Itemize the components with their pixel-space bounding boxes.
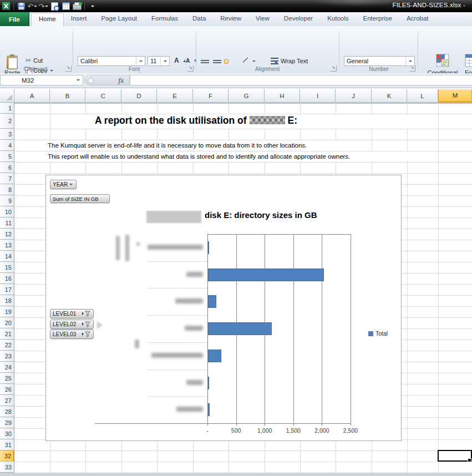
print-preview-button[interactable]	[50, 2, 59, 11]
bar[interactable]	[208, 350, 221, 362]
bar[interactable]	[208, 403, 210, 416]
bar[interactable]	[208, 322, 272, 335]
column-header-E[interactable]: E	[157, 89, 193, 103]
row-header-28[interactable]: 28	[0, 406, 14, 417]
tab-enterprise[interactable]: Enterprise	[356, 12, 399, 26]
column-header-J[interactable]: J	[336, 89, 372, 103]
page-setup-button[interactable]	[61, 2, 70, 11]
excel-logo-icon[interactable]	[1, 2, 11, 11]
tab-home[interactable]: Home	[31, 13, 64, 27]
row-header-5[interactable]: 5	[0, 151, 14, 162]
bar[interactable]	[208, 377, 209, 389]
row-header-15[interactable]: 15	[0, 262, 14, 273]
row-header-26[interactable]: 26	[0, 384, 14, 395]
row-header-13[interactable]: 13	[0, 240, 14, 251]
row-header-27[interactable]: 27	[0, 395, 14, 406]
row-header-7[interactable]: 7	[0, 173, 14, 184]
row-header-29[interactable]: 29	[0, 417, 14, 428]
number-dialog-launcher[interactable]: ↘	[409, 65, 415, 72]
row-header-33[interactable]: 33	[0, 462, 14, 473]
name-box-dropdown[interactable]	[74, 75, 83, 85]
tab-view[interactable]: View	[248, 12, 277, 26]
tab-developer[interactable]: Developer	[277, 12, 320, 26]
row-header-30[interactable]: 30	[0, 428, 14, 439]
row-header-2[interactable]: 2	[0, 114, 14, 129]
column-header-C[interactable]: C	[85, 89, 121, 103]
column-header-F[interactable]: F	[193, 89, 229, 103]
row-header-24[interactable]: 24	[0, 362, 14, 373]
column-header-M[interactable]: M	[438, 89, 472, 103]
row-header-31[interactable]: 31	[0, 439, 14, 450]
insert-function-button[interactable]: fx	[119, 76, 124, 85]
formula-bar-handle[interactable]	[88, 78, 94, 84]
row-header-10[interactable]: 10	[0, 206, 14, 217]
column-header-B[interactable]: B	[50, 89, 85, 103]
font-name-select[interactable]: Calibri	[78, 56, 145, 66]
row-header-25[interactable]: 25	[0, 373, 14, 384]
tab-insert[interactable]: Insert	[64, 12, 94, 26]
row-header-1[interactable]: 1	[0, 103, 14, 114]
select-all-corner[interactable]	[0, 89, 14, 103]
font-dialog-launcher[interactable]: ↘	[187, 65, 194, 72]
orientation-button[interactable]	[243, 57, 256, 65]
selected-cell-m32[interactable]	[438, 450, 472, 462]
column-header-G[interactable]: G	[229, 89, 265, 103]
chart-legend[interactable]: Total	[368, 330, 388, 337]
bar[interactable]	[208, 269, 324, 281]
row-header-11[interactable]: 11	[0, 217, 14, 229]
font-size-select[interactable]: 11	[148, 56, 170, 66]
column-header-H[interactable]: H	[265, 89, 300, 103]
formula-input[interactable]	[130, 75, 472, 85]
align-middle-button[interactable]	[213, 57, 221, 66]
pivot-field-level03[interactable]: LEVEL03	[50, 330, 94, 339]
column-header-D[interactable]: D	[121, 89, 157, 103]
tab-acrobat[interactable]: Acrobat	[399, 12, 436, 26]
pivot-chart[interactable]: YEAR Sum of SIZE IN GB disk E: directory…	[45, 175, 402, 441]
row-header-4[interactable]: 4	[0, 140, 14, 151]
file-tab[interactable]: File	[0, 12, 29, 26]
row-header-32[interactable]: 32	[0, 450, 14, 462]
row-header-23[interactable]: 23	[0, 351, 14, 362]
bar[interactable]	[208, 241, 209, 254]
align-top-button[interactable]	[201, 57, 209, 66]
clipboard-dialog-launcher[interactable]: ↘	[65, 65, 72, 72]
column-header-A[interactable]: A	[14, 89, 50, 103]
number-format-select[interactable]: General	[344, 56, 415, 66]
row-header-20[interactable]: 20	[0, 317, 14, 328]
row-header-17[interactable]: 17	[0, 284, 14, 295]
row-header-19[interactable]: 19	[0, 306, 14, 317]
undo-button[interactable]: ↶	[28, 2, 37, 11]
fill-handle[interactable]	[468, 458, 471, 462]
bar[interactable]	[208, 295, 216, 308]
tab-review[interactable]: Review	[213, 12, 248, 26]
row-header-12[interactable]: 12	[0, 229, 14, 240]
row-header-8[interactable]: 8	[0, 184, 14, 195]
tab-data[interactable]: Data	[185, 12, 213, 26]
redo-button[interactable]: ↷	[39, 2, 48, 11]
pivot-value-button[interactable]: Sum of SIZE IN GB	[50, 194, 110, 203]
cut-button[interactable]: ✂ Cut	[26, 56, 43, 65]
alignment-dialog-launcher[interactable]: ↘	[331, 65, 337, 72]
tab-formulas[interactable]: Formulas	[144, 12, 185, 26]
row-header-9[interactable]: 9	[0, 195, 14, 206]
save-button[interactable]	[17, 2, 26, 11]
qat-customize-button[interactable]	[88, 2, 97, 11]
pivot-field-level01[interactable]: LEVEL01	[50, 309, 94, 318]
pivot-field-level02[interactable]: LEVEL02	[50, 320, 94, 329]
row-header-14[interactable]: 14	[0, 251, 14, 262]
quick-print-button[interactable]	[72, 2, 82, 11]
row-header-18[interactable]: 18	[0, 295, 14, 306]
tab-kutools[interactable]: Kutools	[320, 12, 356, 26]
row-header-22[interactable]: 22	[0, 340, 14, 351]
row-header-6[interactable]: 6	[0, 162, 14, 173]
wrap-text-button[interactable]: Wrap Text	[271, 57, 308, 65]
name-box[interactable]: M32	[0, 75, 83, 85]
tab-page-layout[interactable]: Page Layout	[94, 12, 144, 26]
column-header-K[interactable]: K	[372, 89, 407, 103]
row-header-3[interactable]: 3	[0, 129, 14, 140]
column-header-L[interactable]: L	[407, 89, 438, 103]
column-header-I[interactable]: I	[300, 89, 336, 103]
row-header-21[interactable]: 21	[0, 328, 14, 340]
row-header-16[interactable]: 16	[0, 273, 14, 284]
pivot-year-button[interactable]: YEAR	[50, 180, 77, 189]
